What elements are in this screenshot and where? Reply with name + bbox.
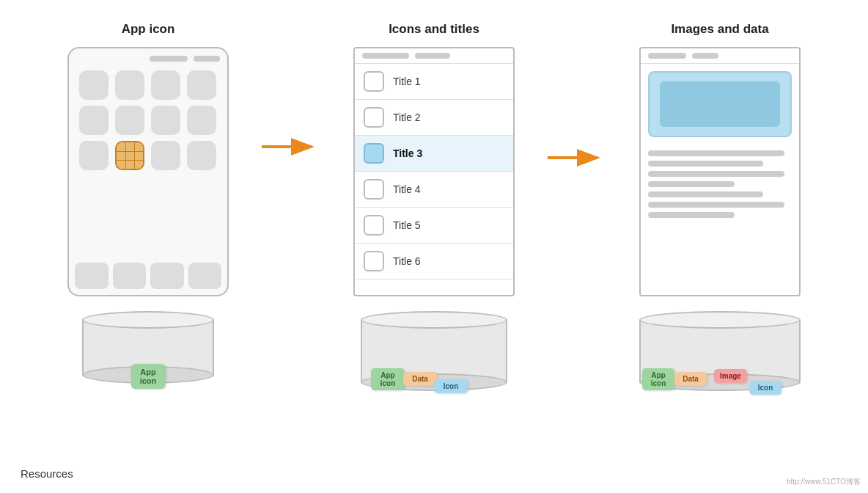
app-icon-cell <box>151 141 180 170</box>
list-header-pill <box>415 53 450 59</box>
list-header-pill <box>362 53 409 59</box>
arrow2-block <box>548 147 606 169</box>
list-icon-6 <box>364 251 384 271</box>
text-line-5 <box>648 191 763 197</box>
detail-text-lines <box>641 145 799 224</box>
list-row-1: Title 1 <box>355 64 513 100</box>
phone-bottom-bar <box>75 263 221 289</box>
v-line2 <box>134 142 135 169</box>
phone-status-bar <box>76 56 220 62</box>
text-line-7 <box>648 212 735 218</box>
highlighted-app-icon <box>115 141 144 170</box>
list-row-label-6: Title 6 <box>393 255 421 267</box>
arrow1-svg <box>262 136 320 158</box>
list-row-label-3: Title 3 <box>393 147 422 159</box>
card-appicon2: Appicon <box>371 368 405 390</box>
bottom-item <box>75 263 108 289</box>
cylinder2-top <box>361 311 507 329</box>
text-line-2 <box>648 161 763 167</box>
list-row-3-selected: Title 3 <box>355 136 513 172</box>
diagram-layout: App icon <box>22 22 846 406</box>
detail-image-area <box>648 71 792 137</box>
list-icon-4 <box>364 179 384 200</box>
detail-header-pill <box>648 53 686 59</box>
list-icon-2 <box>364 107 384 128</box>
bottom-item <box>188 263 222 289</box>
list-mockup: Title 1 Title 2 Title 3 Title 4 Title 5 <box>353 47 515 296</box>
list-icon-1 <box>364 71 384 92</box>
app-icon-cell <box>187 141 216 170</box>
card-data3: Data <box>674 372 707 386</box>
list-row-label-1: Title 1 <box>393 76 421 87</box>
text-line-6 <box>648 202 784 208</box>
column-app-icon: App icon <box>34 22 262 399</box>
cylinder2: Appicon Data Icon <box>353 311 515 406</box>
list-row-4: Title 4 <box>355 172 513 208</box>
arrow1-block <box>262 136 320 158</box>
card-icon3: Icon <box>749 381 781 395</box>
card-data2: Data <box>403 372 437 386</box>
text-line-4 <box>648 181 735 187</box>
app-icon-cell <box>151 70 180 100</box>
list-row-6: Title 6 <box>355 244 513 280</box>
cylinder3-top <box>639 311 801 329</box>
arrow2-svg <box>548 147 606 169</box>
detail-image-inner <box>660 81 780 127</box>
app-icon-cell <box>79 70 108 100</box>
card-icon2: Icon <box>434 379 468 393</box>
detail-header <box>641 48 799 64</box>
bottom-item <box>150 263 184 289</box>
bottom-item <box>113 263 147 289</box>
watermark: http://www.51CTO博客 <box>787 477 861 487</box>
highlighted-icon-inner <box>117 142 143 169</box>
resource-card-appicon1: Appicon <box>131 364 166 389</box>
cylinder-top <box>82 311 214 329</box>
list-row-2: Title 2 <box>355 100 513 136</box>
cylinder3: Appicon Data Image Icon <box>632 311 808 406</box>
app-icon-cell <box>187 70 216 100</box>
status-pill <box>194 56 220 62</box>
text-line-1 <box>648 150 784 156</box>
app-grid <box>76 67 220 173</box>
col3-title: Images and data <box>671 22 768 37</box>
list-row-5: Title 5 <box>355 208 513 244</box>
list-row-label-4: Title 4 <box>393 183 421 195</box>
app-icon-cell <box>79 141 108 170</box>
text-line-3 <box>648 171 784 177</box>
app-icon-cell <box>79 106 108 135</box>
list-icon-3-selected <box>364 143 384 164</box>
list-icon-5 <box>364 215 384 235</box>
detail-mockup <box>639 47 801 296</box>
col2-title: Icons and titles <box>389 22 479 37</box>
app-icon-cell <box>115 106 144 135</box>
card-image3: Image <box>714 369 747 383</box>
main-container: App icon <box>0 0 868 493</box>
list-row-label-2: Title 2 <box>393 112 421 123</box>
col1-title: App icon <box>122 22 175 37</box>
card-appicon3: Appicon <box>642 368 674 390</box>
v-line <box>125 142 126 169</box>
phone-mockup <box>67 47 229 296</box>
detail-header-pill2 <box>692 53 718 59</box>
status-pill <box>150 56 188 62</box>
resources-label: Resources <box>21 467 73 480</box>
app-icon-cell <box>151 106 180 135</box>
app-icon-cell <box>115 70 144 100</box>
list-header <box>355 48 513 64</box>
app-icon-cell <box>187 106 216 135</box>
list-row-label-5: Title 5 <box>393 219 421 231</box>
column-icons-titles: Icons and titles Title 1 Title 2 <box>320 22 548 406</box>
cylinder1: Appicon <box>75 311 221 399</box>
column-images-data: Images and data <box>606 22 834 406</box>
